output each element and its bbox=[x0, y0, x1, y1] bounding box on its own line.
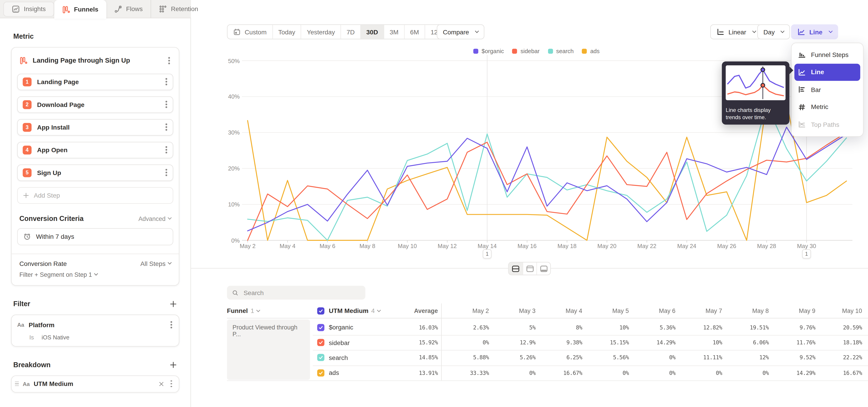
range-7d[interactable]: 7D bbox=[340, 25, 360, 39]
table-cell: 16.67% bbox=[548, 366, 594, 380]
axis-scale-button[interactable]: Linear bbox=[710, 24, 762, 39]
table-cell-average: 16.03% bbox=[388, 320, 438, 335]
funnel-column-dropdown[interactable]: Funnel1 bbox=[227, 304, 260, 318]
column-header-may-10[interactable]: May 10 bbox=[828, 304, 868, 318]
step-menu-button[interactable] bbox=[163, 144, 169, 155]
breakdown-column-dropdown[interactable]: UTM Medium4 bbox=[317, 304, 380, 318]
layout-toggle-split-horizontal[interactable] bbox=[509, 262, 523, 275]
filter-segment-dropdown[interactable]: Filter + Segment on Step 1 bbox=[20, 271, 171, 278]
add-filter-button[interactable] bbox=[169, 300, 177, 308]
granularity-button[interactable]: Day bbox=[757, 24, 790, 39]
search-input[interactable] bbox=[243, 289, 361, 296]
step-number-badge: 4 bbox=[23, 146, 31, 154]
remove-breakdown-icon[interactable] bbox=[158, 381, 164, 387]
layout-toggle-panel-bottom[interactable] bbox=[536, 262, 550, 275]
table-cell: 16.67% bbox=[828, 366, 868, 380]
conversion-criteria-heading: Conversion Criteria bbox=[20, 215, 84, 222]
tab-insights[interactable]: Insights bbox=[3, 1, 54, 16]
table-row-sidebar[interactable]: sidebar bbox=[317, 335, 350, 350]
check-icon bbox=[318, 370, 323, 375]
breakdown-menu-button[interactable] bbox=[168, 378, 174, 389]
metric-title: Landing Page through Sign Up bbox=[33, 57, 161, 64]
check-icon bbox=[318, 308, 323, 313]
menu-item-line[interactable]: Line bbox=[794, 63, 860, 81]
filter-value[interactable]: iOS Native bbox=[41, 334, 69, 340]
column-header-may-3[interactable]: May 3 bbox=[501, 304, 548, 318]
table-cell: 5.36% bbox=[641, 320, 688, 335]
range-6m[interactable]: 6M bbox=[404, 25, 425, 39]
filter-operator[interactable]: Is bbox=[29, 334, 34, 340]
bar-list-icon bbox=[798, 86, 806, 94]
range-30d[interactable]: 30D bbox=[360, 25, 383, 39]
drag-handle-icon[interactable] bbox=[15, 381, 19, 386]
step-menu-button[interactable] bbox=[163, 167, 169, 178]
range-custom[interactable]: Custom bbox=[228, 25, 272, 39]
funnel-group-cell[interactable]: Product Viewed through P... bbox=[227, 319, 310, 380]
funnel-bars-icon bbox=[62, 5, 70, 13]
add-breakdown-button[interactable] bbox=[169, 361, 177, 369]
average-column-header[interactable]: Average bbox=[388, 304, 438, 318]
filter-menu-button[interactable] bbox=[168, 319, 174, 330]
compare-button[interactable]: Compare bbox=[437, 24, 485, 39]
funnel-steps-icon bbox=[798, 51, 806, 59]
funnel-step-app-install[interactable]: 3App Install bbox=[17, 119, 174, 135]
breakdown-card[interactable]: Aa UTM Medium bbox=[11, 375, 179, 392]
range-3m[interactable]: 3M bbox=[383, 25, 404, 39]
advanced-dropdown[interactable]: Advanced bbox=[138, 215, 171, 222]
metric-heading: Metric bbox=[13, 33, 34, 40]
step-menu-button[interactable] bbox=[163, 121, 169, 133]
column-header-may-2[interactable]: May 2 bbox=[455, 304, 501, 318]
table-row-ads[interactable]: ads bbox=[317, 366, 339, 380]
tab-retention[interactable]: Retention bbox=[151, 0, 206, 18]
menu-item-metric[interactable]: Metric bbox=[794, 98, 860, 116]
funnel-step-download-page[interactable]: 2Download Page bbox=[17, 96, 174, 113]
insights-chart-icon bbox=[11, 5, 20, 13]
conversion-window-button[interactable]: Within 7 days bbox=[17, 228, 174, 245]
column-header-may-4[interactable]: May 4 bbox=[548, 304, 594, 318]
table-search bbox=[227, 286, 365, 300]
column-header-may-8[interactable]: May 8 bbox=[735, 304, 781, 318]
series-checkbox[interactable] bbox=[317, 339, 324, 346]
column-header-may-6[interactable]: May 6 bbox=[641, 304, 688, 318]
funnel-step-sign-up[interactable]: 5Sign Up bbox=[17, 164, 174, 181]
menu-item-bar[interactable]: Bar bbox=[794, 81, 860, 98]
metric-menu-button[interactable] bbox=[166, 55, 172, 66]
chart-type-button[interactable]: Line bbox=[791, 24, 838, 39]
layout-toggle-panel-top[interactable] bbox=[523, 262, 536, 275]
check-icon bbox=[318, 340, 323, 345]
table-row-organic[interactable]: $organic bbox=[317, 320, 353, 335]
annotation-badge[interactable]: 1 bbox=[483, 249, 492, 259]
x-axis-label: May 22 bbox=[630, 243, 663, 249]
add-step-button[interactable]: Add Step bbox=[17, 187, 174, 204]
retention-icon bbox=[159, 5, 167, 13]
table-row-search[interactable]: search bbox=[317, 350, 348, 365]
step-number-badge: 1 bbox=[23, 77, 31, 86]
column-header-may-7[interactable]: May 7 bbox=[688, 304, 734, 318]
tab-funnels[interactable]: Funnels bbox=[54, 0, 106, 19]
panel-bottom-icon bbox=[539, 264, 548, 273]
series-checkbox[interactable] bbox=[317, 324, 324, 331]
funnel-step-app-open[interactable]: 4App Open bbox=[17, 142, 174, 158]
x-axis-label: May 16 bbox=[510, 243, 544, 249]
range-today[interactable]: Today bbox=[272, 25, 301, 39]
all-steps-dropdown[interactable]: All Steps bbox=[141, 260, 171, 267]
chart-type-menu: Funnel StepsLineBarMetricTop Paths bbox=[791, 43, 864, 136]
table-cell: 9.38% bbox=[548, 335, 594, 350]
column-header-may-5[interactable]: May 5 bbox=[594, 304, 641, 318]
series-line-sidebar[interactable] bbox=[248, 132, 846, 240]
filter-card[interactable]: Aa Platform Is iOS Native bbox=[11, 314, 179, 346]
breakdown-checkbox[interactable] bbox=[317, 307, 324, 314]
series-checkbox[interactable] bbox=[317, 354, 324, 361]
annotation-badge[interactable]: 1 bbox=[802, 249, 811, 259]
step-menu-button[interactable] bbox=[163, 99, 169, 110]
column-header-may-9[interactable]: May 9 bbox=[781, 304, 828, 318]
x-axis-label: May 28 bbox=[750, 243, 783, 249]
breakdown-property: UTM Medium bbox=[34, 380, 155, 387]
funnel-step-landing-page[interactable]: 1Landing Page bbox=[17, 73, 174, 90]
menu-item-funnel-steps[interactable]: Funnel Steps bbox=[794, 46, 860, 63]
step-menu-button[interactable] bbox=[163, 76, 169, 87]
series-checkbox[interactable] bbox=[317, 369, 324, 376]
tab-flows[interactable]: Flows bbox=[106, 0, 151, 18]
table-cell: 10% bbox=[594, 320, 641, 335]
range-yesterday[interactable]: Yesterday bbox=[301, 25, 341, 39]
